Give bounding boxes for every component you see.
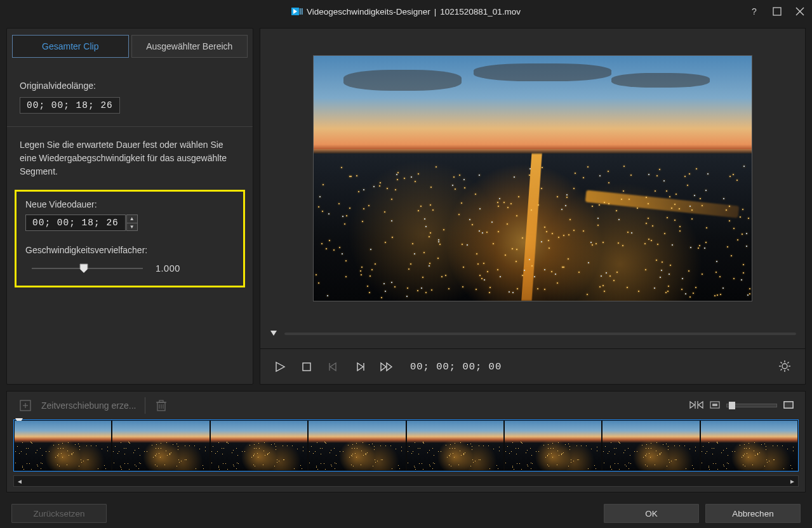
svg-marker-14 [357, 363, 363, 371]
snap-icon[interactable] [689, 400, 703, 412]
original-length-value: 00; 00; 18; 26 [20, 97, 120, 114]
svg-rect-2 [300, 8, 301, 15]
app-title-text: Videogeschwindigkeits-Designer [307, 7, 430, 16]
svg-line-24 [787, 369, 789, 370]
svg-line-25 [787, 362, 789, 363]
svg-marker-10 [276, 362, 284, 371]
original-length-label: Originalvideolänge: [20, 81, 240, 91]
scroll-right-icon[interactable]: ► [789, 478, 795, 485]
tab-entire-clip[interactable]: Gesamter Clip [12, 35, 129, 58]
multiplier-slider[interactable] [32, 263, 143, 274]
svg-marker-17 [387, 363, 392, 371]
svg-rect-5 [773, 8, 781, 15]
timeline-toolbar: Zeitverschiebung erze... [7, 392, 805, 419]
svg-rect-41 [712, 404, 717, 406]
preview-panel: 00; 00; 00; 00 [260, 28, 806, 385]
panel-divider [7, 126, 253, 127]
svg-line-23 [781, 362, 782, 363]
svg-marker-39 [698, 402, 703, 408]
close-icon[interactable] [794, 6, 806, 17]
thumbstrip-wrap [7, 419, 805, 472]
slider-thumb[interactable] [79, 263, 88, 274]
preview-box: 00; 00; 00; 00 [260, 28, 806, 385]
title-separator: | [434, 7, 437, 16]
timeline-thumb[interactable] [211, 421, 307, 470]
play-icon[interactable] [273, 360, 287, 374]
svg-rect-11 [303, 363, 310, 371]
filename-text: 1021520881_01.mov [440, 7, 521, 16]
panel-body: Originalvideolänge: 00; 00; 18; 26 Legen… [7, 58, 253, 287]
svg-rect-3 [302, 8, 303, 15]
scroll-left-icon[interactable]: ◄ [17, 478, 23, 485]
video-preview[interactable] [313, 55, 752, 301]
duration-stepper-buttons: ▲ ▼ [126, 214, 138, 231]
timeline-thumb[interactable] [309, 421, 405, 470]
new-duration-label: Neue Videodauer: [25, 199, 234, 209]
svg-point-18 [782, 364, 787, 369]
svg-marker-9 [270, 331, 277, 336]
timeline-thumb[interactable] [15, 421, 111, 470]
multiplier-value: 1.000 [156, 263, 180, 274]
svg-text:?: ? [752, 6, 757, 16]
svg-rect-43 [784, 402, 793, 408]
delete-icon [154, 399, 168, 412]
svg-line-26 [781, 369, 782, 370]
window-controls: ? [749, 0, 806, 23]
svg-marker-16 [381, 363, 386, 371]
settings-panel: Gesamter Clip Ausgewählter Bereich Origi… [6, 28, 253, 385]
create-timeshift-label: Zeitverschiebung erze... [41, 400, 136, 411]
transport-timecode[interactable]: 00; 00; 00; 00 [410, 361, 502, 373]
zoom-slider[interactable] [726, 404, 777, 407]
zoom-out-icon[interactable] [710, 400, 720, 411]
stepper-up-icon[interactable]: ▲ [126, 214, 138, 223]
timeline-thumb[interactable] [407, 421, 503, 470]
timeline-scrollbar[interactable]: ◄ ► [13, 475, 799, 487]
svg-marker-8 [80, 264, 88, 273]
tab-bar: Gesamter Clip Ausgewählter Bereich [12, 35, 248, 58]
multiplier-row: 1.000 [25, 263, 234, 274]
ok-button[interactable]: OK [604, 504, 699, 523]
timeline-panel: Zeitverschiebung erze... [6, 391, 806, 492]
toolbar-separator [145, 397, 145, 414]
seek-track[interactable] [284, 333, 796, 335]
footer: Zurücksetzen OK Abbrechen [0, 499, 812, 528]
settings-gear-icon[interactable] [778, 360, 792, 374]
add-timeshift-icon [18, 399, 32, 412]
multiplier-label: Geschwindigkeitsvervielfacher: [25, 245, 234, 255]
timeline-thumb[interactable] [505, 421, 601, 470]
new-duration-stepper[interactable]: 00; 00; 18; 26 ▲ ▼ [25, 214, 234, 231]
help-icon[interactable]: ? [749, 6, 760, 17]
timeline-thumb[interactable] [701, 421, 797, 470]
maximize-icon[interactable] [771, 6, 783, 17]
transport-bar: 00; 00; 00; 00 [260, 348, 805, 384]
svg-marker-12 [330, 363, 336, 371]
svg-rect-35 [159, 400, 163, 402]
zoom-slider-thumb[interactable] [729, 402, 735, 409]
seek-playhead-icon[interactable] [269, 328, 278, 340]
stop-icon[interactable] [300, 360, 314, 374]
timeline-thumb[interactable] [602, 421, 699, 470]
app-icon [291, 7, 303, 16]
new-duration-value[interactable]: 00; 00; 18; 26 [25, 214, 126, 231]
zoom-fit-icon[interactable] [783, 400, 794, 411]
thumbnail-strip[interactable] [13, 419, 799, 472]
fast-forward-icon[interactable] [380, 360, 394, 374]
reset-button[interactable]: Zurücksetzen [11, 504, 107, 523]
svg-marker-36 [690, 402, 695, 408]
video-speed-designer-window: { "titlebar": { "app_title": "Videogesch… [0, 0, 812, 528]
video-area [260, 29, 805, 323]
help-text: Legen Sie die erwartete Dauer fest oder … [20, 138, 236, 178]
timeline-thumb[interactable] [112, 421, 209, 470]
tab-selected-range[interactable]: Ausgewählter Bereich [131, 35, 248, 58]
window-title: Videogeschwindigkeits-Designer | 1021520… [291, 7, 521, 16]
stepper-down-icon[interactable]: ▼ [126, 223, 138, 232]
prev-frame-icon[interactable] [326, 360, 340, 374]
title-bar: Videogeschwindigkeits-Designer | 1021520… [0, 0, 812, 23]
next-frame-icon[interactable] [353, 360, 367, 374]
highlight-box: Neue Videodauer: 00; 00; 18; 26 ▲ ▼ Gesc… [15, 190, 245, 287]
main-area: Gesamter Clip Ausgewählter Bereich Origi… [0, 23, 812, 391]
seek-row [260, 323, 805, 342]
zoom-controls [689, 400, 794, 412]
cancel-button[interactable]: Abbrechen [705, 504, 801, 523]
